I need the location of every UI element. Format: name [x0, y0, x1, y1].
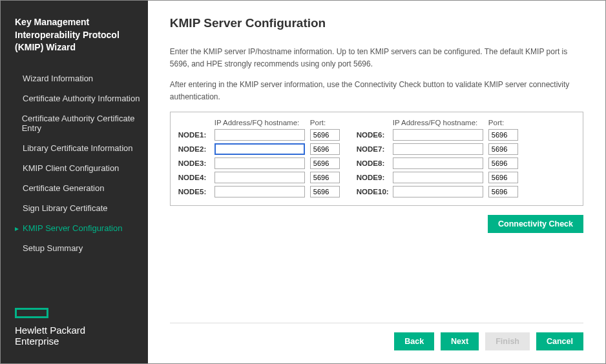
node8-port-input[interactable]	[488, 157, 518, 169]
node-label: NODE2:	[178, 145, 209, 153]
node5-ip-input[interactable]	[214, 186, 305, 197]
column-header-ip: IP Address/FQ hostname:	[214, 119, 305, 126]
sidebar-nav: Wizard Information Certificate Authority…	[1, 54, 148, 308]
sidebar-title: Key Management Interoperability Protocol…	[1, 1, 148, 54]
sidebar-item-label: Wizard Information	[23, 74, 93, 83]
node8-ip-input[interactable]	[393, 157, 483, 169]
brand-line2: Enterprise	[15, 336, 59, 347]
node1-port-input[interactable]	[310, 129, 340, 141]
wizard-footer: Back Next Finish Cancel	[170, 323, 583, 350]
brand-line1: Hewlett Packard	[15, 325, 85, 336]
node-label: NODE1:	[178, 131, 209, 139]
column-header-ip: IP Address/FQ hostname:	[393, 119, 483, 126]
sidebar-item-setup-summary[interactable]: Setup Summary	[1, 238, 148, 258]
node9-port-input[interactable]	[488, 172, 518, 183]
brand-text: Hewlett Packard Enterprise	[15, 325, 134, 347]
node3-port-input[interactable]	[310, 157, 340, 169]
sidebar-item-ca-information[interactable]: Certificate Authority Information	[1, 88, 148, 108]
column-header-port: Port:	[488, 119, 521, 126]
node-label: NODE5:	[178, 188, 209, 196]
sidebar-item-label: Certificate Authority Certificate Entry	[22, 114, 141, 133]
finish-button: Finish	[485, 332, 530, 350]
sidebar-item-ca-cert-entry[interactable]: Certificate Authority Certificate Entry	[1, 108, 148, 138]
connectivity-check-button[interactable]: Connectivity Check	[488, 215, 583, 233]
sidebar-item-kmip-client-config[interactable]: KMIP Client Configuration	[1, 158, 148, 178]
node-label: NODE4:	[178, 174, 209, 181]
node3-ip-input[interactable]	[214, 157, 305, 169]
next-button[interactable]: Next	[441, 332, 479, 350]
connectivity-row: Connectivity Check	[170, 215, 583, 233]
node7-ip-input[interactable]	[393, 143, 483, 155]
wizard-container: Key Management Interoperability Protocol…	[0, 0, 606, 364]
sidebar-item-label: Library Certificate Information	[23, 143, 133, 153]
sidebar-title-line2: (KMIP) Wizard	[15, 42, 76, 52]
node-label: NODE6:	[357, 131, 388, 139]
node-column-right: IP Address/FQ hostname: Port: NODE6: NOD…	[357, 119, 521, 197]
nav-arrow-icon	[15, 223, 23, 233]
sidebar-item-cert-generation[interactable]: Certificate Generation	[1, 178, 148, 198]
hpe-logo-icon	[15, 308, 48, 318]
node-label: NODE3:	[178, 159, 209, 167]
back-button[interactable]: Back	[394, 332, 434, 350]
cancel-button[interactable]: Cancel	[536, 332, 583, 350]
column-header-port: Port:	[310, 119, 342, 126]
sidebar-item-label: KMIP Client Configuration	[23, 163, 119, 173]
node1-ip-input[interactable]	[214, 129, 305, 141]
sidebar-item-wizard-information[interactable]: Wizard Information	[1, 68, 148, 88]
sidebar-item-label: Sign Library Certificate	[23, 203, 108, 213]
intro-paragraph-1: Enter the KMIP server IP/hostname inform…	[170, 46, 583, 70]
node4-port-input[interactable]	[310, 172, 340, 183]
node-label: NODE10:	[357, 188, 388, 196]
main-panel: KMIP Server Configuration Enter the KMIP…	[148, 1, 605, 363]
node4-ip-input[interactable]	[214, 172, 305, 183]
node-label: NODE9:	[357, 174, 388, 181]
sidebar-item-kmip-server-config[interactable]: KMIP Server Configuration	[1, 218, 148, 238]
sidebar: Key Management Interoperability Protocol…	[1, 1, 148, 363]
node-label: NODE7:	[357, 145, 388, 153]
node-config-box: IP Address/FQ hostname: Port: NODE1: NOD…	[170, 112, 583, 206]
node10-ip-input[interactable]	[393, 186, 483, 197]
node10-port-input[interactable]	[488, 186, 518, 197]
intro-paragraph-2: After entering in the KMIP server inform…	[170, 79, 583, 103]
node6-ip-input[interactable]	[393, 129, 483, 141]
sidebar-item-label: Certificate Generation	[23, 183, 104, 193]
node7-port-input[interactable]	[488, 143, 518, 155]
node5-port-input[interactable]	[310, 186, 340, 197]
node-column-left: IP Address/FQ hostname: Port: NODE1: NOD…	[178, 119, 342, 197]
sidebar-item-label: Certificate Authority Information	[23, 94, 140, 103]
node2-port-input[interactable]	[310, 143, 340, 155]
brand: Hewlett Packard Enterprise	[1, 308, 148, 364]
node2-ip-input[interactable]	[214, 143, 305, 155]
sidebar-item-library-cert-info[interactable]: Library Certificate Information	[1, 138, 148, 158]
sidebar-title-line1: Key Management Interoperability Protocol	[15, 17, 120, 40]
sidebar-item-label: KMIP Server Configuration	[23, 223, 122, 233]
sidebar-item-sign-library-cert[interactable]: Sign Library Certificate	[1, 198, 148, 218]
node6-port-input[interactable]	[488, 129, 518, 141]
node-label: NODE8:	[357, 159, 388, 167]
sidebar-item-label: Setup Summary	[23, 243, 83, 253]
node9-ip-input[interactable]	[393, 172, 483, 183]
page-title: KMIP Server Configuration	[170, 16, 583, 30]
